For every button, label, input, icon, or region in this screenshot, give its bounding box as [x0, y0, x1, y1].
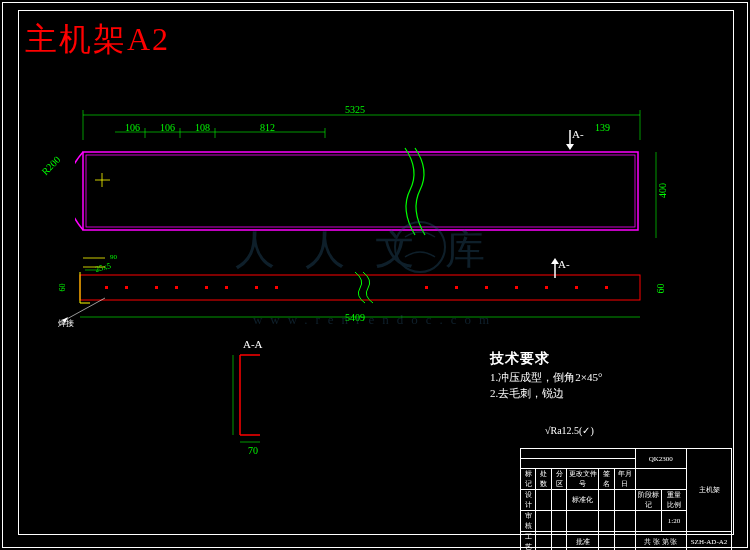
section-arrow-bot	[545, 258, 565, 278]
weld-text: 焊接	[58, 318, 74, 329]
svg-line-40	[65, 298, 105, 320]
svg-rect-10	[225, 286, 228, 289]
title-block: QK2300主机架 标记处数分区更改文件号签名年月日 设计标准化阶段标记重量 比…	[520, 448, 732, 538]
dim-section-w: 70	[248, 445, 258, 456]
svg-rect-11	[255, 286, 258, 289]
section-aa-view	[230, 350, 280, 450]
dim-main-length: 5325	[345, 104, 365, 115]
proj-label: QK2300	[635, 449, 686, 469]
surface-finish: √Ra12.5(✓)	[545, 425, 594, 436]
dims-right	[648, 150, 663, 240]
dims-bottom	[75, 310, 645, 325]
svg-rect-9	[205, 286, 208, 289]
drawing-title: 主机架A2	[25, 18, 170, 62]
notes-line2: 2.去毛刺，锐边	[490, 386, 564, 401]
side-dim-top: 90	[110, 253, 117, 261]
section-aa-title: A-A	[243, 338, 263, 350]
svg-rect-7	[155, 286, 158, 289]
svg-rect-19	[605, 286, 608, 289]
part-name: 主机架	[687, 449, 732, 532]
svg-rect-8	[175, 286, 178, 289]
svg-rect-14	[455, 286, 458, 289]
svg-marker-36	[551, 258, 559, 264]
svg-rect-15	[485, 286, 488, 289]
dim-side-h: 60	[655, 284, 666, 294]
svg-rect-16	[515, 286, 518, 289]
notes-title: 技术要求	[490, 350, 550, 368]
dim-small-4: 812	[260, 122, 275, 133]
svg-rect-13	[425, 286, 428, 289]
svg-rect-17	[545, 286, 548, 289]
dim-small-1: 106	[125, 122, 140, 133]
svg-marker-34	[566, 144, 574, 150]
dwg-number: SZH-AD-A2	[687, 532, 732, 551]
dim-edge: 139	[595, 122, 610, 133]
section-arrow-top	[560, 130, 580, 150]
svg-rect-12	[275, 286, 278, 289]
dim-small-2: 106	[160, 122, 175, 133]
svg-rect-0	[83, 152, 638, 230]
top-view	[75, 140, 645, 240]
svg-rect-6	[125, 286, 128, 289]
notes-line1: 1.冲压成型，倒角2×45°	[490, 370, 602, 385]
svg-rect-18	[575, 286, 578, 289]
svg-rect-5	[105, 286, 108, 289]
dim-small-3: 108	[195, 122, 210, 133]
svg-rect-1	[86, 155, 635, 227]
side-dim-left: 60	[58, 284, 67, 292]
